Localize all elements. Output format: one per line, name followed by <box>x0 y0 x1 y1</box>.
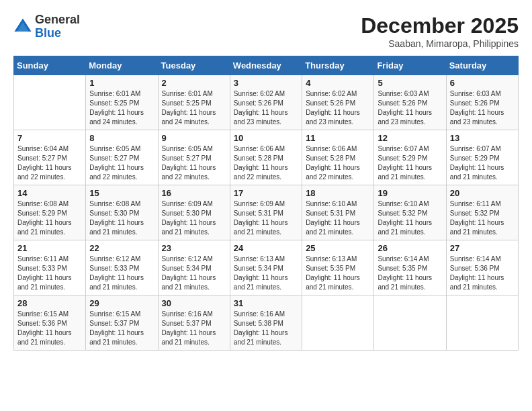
day-number: 3 <box>234 78 298 88</box>
day-number: 14 <box>17 188 82 198</box>
calendar-cell: 31 Sunrise: 6:16 AM Sunset: 5:38 PM Dayl… <box>230 295 302 351</box>
weekday-header-tuesday: Tuesday <box>158 56 230 75</box>
day-info: Sunrise: 6:15 AM Sunset: 5:37 PM Dayligh… <box>89 310 154 347</box>
weekday-header-saturday: Saturday <box>446 56 518 75</box>
calendar-cell: 26 Sunrise: 6:14 AM Sunset: 5:35 PM Dayl… <box>374 240 446 295</box>
day-info: Sunrise: 6:09 AM Sunset: 5:30 PM Dayligh… <box>162 199 226 237</box>
location-title: Saaban, Mimaropa, Philippines <box>361 38 519 49</box>
day-info: Sunrise: 6:06 AM Sunset: 5:28 PM Dayligh… <box>306 144 370 182</box>
day-number: 30 <box>162 298 226 308</box>
weekday-header-row: SundayMondayTuesdayWednesdayThursdayFrid… <box>14 56 519 75</box>
day-number: 4 <box>306 78 370 88</box>
day-number: 15 <box>89 188 154 198</box>
logo: General Blue <box>13 13 80 40</box>
day-info: Sunrise: 6:13 AM Sunset: 5:34 PM Dayligh… <box>234 255 298 292</box>
day-number: 25 <box>306 243 370 253</box>
day-info: Sunrise: 6:16 AM Sunset: 5:38 PM Dayligh… <box>234 310 298 347</box>
day-info: Sunrise: 6:09 AM Sunset: 5:31 PM Dayligh… <box>234 199 298 237</box>
day-info: Sunrise: 6:03 AM Sunset: 5:26 PM Dayligh… <box>378 89 442 127</box>
day-number: 19 <box>378 188 442 198</box>
calendar-cell: 27 Sunrise: 6:14 AM Sunset: 5:36 PM Dayl… <box>446 240 518 295</box>
calendar-cell: 18 Sunrise: 6:10 AM Sunset: 5:31 PM Dayl… <box>302 185 374 240</box>
day-number: 23 <box>162 243 226 253</box>
weekday-header-thursday: Thursday <box>302 56 374 75</box>
day-info: Sunrise: 6:08 AM Sunset: 5:30 PM Dayligh… <box>89 199 154 237</box>
day-info: Sunrise: 6:10 AM Sunset: 5:31 PM Dayligh… <box>306 199 370 237</box>
calendar-table: SundayMondayTuesdayWednesdayThursdayFrid… <box>13 56 519 351</box>
day-info: Sunrise: 6:07 AM Sunset: 5:29 PM Dayligh… <box>450 144 515 182</box>
weekday-header-monday: Monday <box>86 56 158 75</box>
day-number: 22 <box>89 243 154 253</box>
day-number: 16 <box>162 188 226 198</box>
calendar-week-row: 7 Sunrise: 6:04 AM Sunset: 5:27 PM Dayli… <box>14 130 519 185</box>
calendar-week-row: 21 Sunrise: 6:11 AM Sunset: 5:33 PM Dayl… <box>14 240 519 295</box>
calendar-cell: 6 Sunrise: 6:03 AM Sunset: 5:26 PM Dayli… <box>446 75 518 130</box>
day-number: 21 <box>17 243 82 253</box>
calendar-cell: 5 Sunrise: 6:03 AM Sunset: 5:26 PM Dayli… <box>374 75 446 130</box>
calendar-cell: 4 Sunrise: 6:02 AM Sunset: 5:26 PM Dayli… <box>302 75 374 130</box>
day-info: Sunrise: 6:11 AM Sunset: 5:32 PM Dayligh… <box>450 199 515 237</box>
day-info: Sunrise: 6:13 AM Sunset: 5:35 PM Dayligh… <box>306 255 370 292</box>
day-info: Sunrise: 6:07 AM Sunset: 5:29 PM Dayligh… <box>378 144 442 182</box>
day-info: Sunrise: 6:12 AM Sunset: 5:33 PM Dayligh… <box>89 255 154 292</box>
day-number: 9 <box>162 133 226 143</box>
day-number: 11 <box>306 133 370 143</box>
calendar-cell: 17 Sunrise: 6:09 AM Sunset: 5:31 PM Dayl… <box>230 185 302 240</box>
calendar-cell: 10 Sunrise: 6:06 AM Sunset: 5:28 PM Dayl… <box>230 130 302 185</box>
day-info: Sunrise: 6:06 AM Sunset: 5:28 PM Dayligh… <box>234 144 298 182</box>
calendar-cell: 23 Sunrise: 6:12 AM Sunset: 5:34 PM Dayl… <box>158 240 230 295</box>
day-info: Sunrise: 6:10 AM Sunset: 5:32 PM Dayligh… <box>378 199 442 237</box>
month-title: December 2025 <box>361 13 519 38</box>
day-info: Sunrise: 6:05 AM Sunset: 5:27 PM Dayligh… <box>162 144 226 182</box>
day-number: 29 <box>89 298 154 308</box>
calendar-cell: 13 Sunrise: 6:07 AM Sunset: 5:29 PM Dayl… <box>446 130 518 185</box>
weekday-header-wednesday: Wednesday <box>230 56 302 75</box>
calendar-cell: 11 Sunrise: 6:06 AM Sunset: 5:28 PM Dayl… <box>302 130 374 185</box>
calendar-week-row: 14 Sunrise: 6:08 AM Sunset: 5:29 PM Dayl… <box>14 185 519 240</box>
calendar-cell: 14 Sunrise: 6:08 AM Sunset: 5:29 PM Dayl… <box>14 185 86 240</box>
day-number: 17 <box>234 188 298 198</box>
calendar-cell: 3 Sunrise: 6:02 AM Sunset: 5:26 PM Dayli… <box>230 75 302 130</box>
day-number: 1 <box>89 78 154 88</box>
logo-blue: Blue <box>35 26 61 40</box>
calendar-cell <box>446 295 518 351</box>
calendar-cell: 25 Sunrise: 6:13 AM Sunset: 5:35 PM Dayl… <box>302 240 374 295</box>
day-number: 12 <box>378 133 442 143</box>
title-block: December 2025 Saaban, Mimaropa, Philippi… <box>361 13 519 49</box>
day-number: 20 <box>450 188 515 198</box>
calendar-week-row: 1 Sunrise: 6:01 AM Sunset: 5:25 PM Dayli… <box>14 75 519 130</box>
day-info: Sunrise: 6:08 AM Sunset: 5:29 PM Dayligh… <box>17 199 82 237</box>
calendar-cell: 30 Sunrise: 6:16 AM Sunset: 5:37 PM Dayl… <box>158 295 230 351</box>
calendar-cell: 19 Sunrise: 6:10 AM Sunset: 5:32 PM Dayl… <box>374 185 446 240</box>
day-info: Sunrise: 6:02 AM Sunset: 5:26 PM Dayligh… <box>306 89 370 127</box>
day-number: 5 <box>378 78 442 88</box>
calendar-cell <box>14 75 86 130</box>
day-info: Sunrise: 6:02 AM Sunset: 5:26 PM Dayligh… <box>234 89 298 127</box>
calendar-cell <box>374 295 446 351</box>
logo-text: General Blue <box>35 13 80 40</box>
calendar-week-row: 28 Sunrise: 6:15 AM Sunset: 5:36 PM Dayl… <box>14 295 519 351</box>
day-info: Sunrise: 6:01 AM Sunset: 5:25 PM Dayligh… <box>162 89 226 127</box>
calendar-cell: 15 Sunrise: 6:08 AM Sunset: 5:30 PM Dayl… <box>86 185 158 240</box>
calendar-cell: 9 Sunrise: 6:05 AM Sunset: 5:27 PM Dayli… <box>158 130 230 185</box>
day-number: 2 <box>162 78 226 88</box>
day-number: 10 <box>234 133 298 143</box>
calendar-cell: 28 Sunrise: 6:15 AM Sunset: 5:36 PM Dayl… <box>14 295 86 351</box>
day-info: Sunrise: 6:15 AM Sunset: 5:36 PM Dayligh… <box>17 310 82 347</box>
day-number: 26 <box>378 243 442 253</box>
day-number: 13 <box>450 133 515 143</box>
day-info: Sunrise: 6:04 AM Sunset: 5:27 PM Dayligh… <box>17 144 82 182</box>
day-number: 27 <box>450 243 515 253</box>
weekday-header-friday: Friday <box>374 56 446 75</box>
day-number: 18 <box>306 188 370 198</box>
calendar-cell: 29 Sunrise: 6:15 AM Sunset: 5:37 PM Dayl… <box>86 295 158 351</box>
page-header: General Blue December 2025 Saaban, Mimar… <box>13 13 519 49</box>
calendar-cell: 22 Sunrise: 6:12 AM Sunset: 5:33 PM Dayl… <box>86 240 158 295</box>
day-info: Sunrise: 6:14 AM Sunset: 5:36 PM Dayligh… <box>450 255 515 292</box>
calendar-cell: 8 Sunrise: 6:05 AM Sunset: 5:27 PM Dayli… <box>86 130 158 185</box>
logo-icon <box>13 17 32 36</box>
calendar-cell: 12 Sunrise: 6:07 AM Sunset: 5:29 PM Dayl… <box>374 130 446 185</box>
day-info: Sunrise: 6:12 AM Sunset: 5:34 PM Dayligh… <box>162 255 226 292</box>
calendar-cell: 2 Sunrise: 6:01 AM Sunset: 5:25 PM Dayli… <box>158 75 230 130</box>
calendar-cell: 21 Sunrise: 6:11 AM Sunset: 5:33 PM Dayl… <box>14 240 86 295</box>
